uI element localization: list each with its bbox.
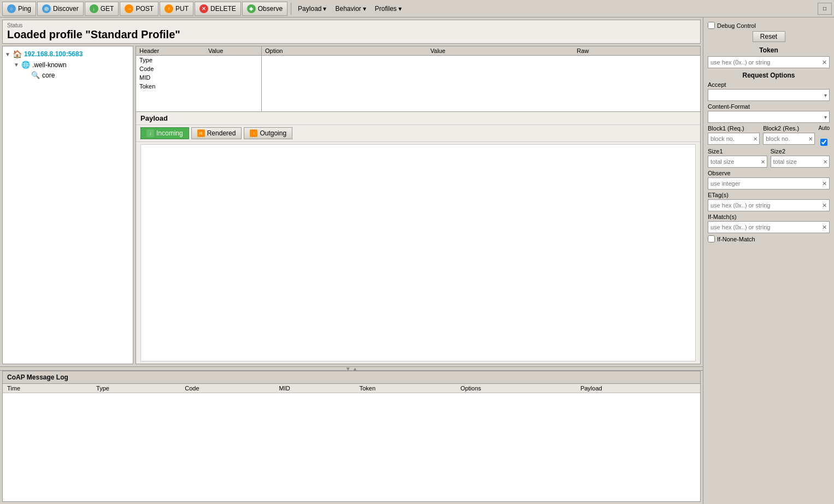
post-label: POST bbox=[136, 5, 154, 13]
tab-rendered[interactable]: R Rendered bbox=[191, 127, 242, 139]
status-label: Status bbox=[7, 22, 696, 28]
content-format-arrow-icon: ▾ bbox=[822, 114, 829, 120]
outgoing-icon: ↑ bbox=[250, 129, 257, 137]
size2-col: Size2 ✕ bbox=[771, 148, 830, 168]
ping-icon: ○ bbox=[7, 4, 16, 13]
table-row: Code bbox=[136, 64, 261, 73]
message-log-title: CoAP Message Log bbox=[3, 371, 700, 384]
observe-clear-button[interactable]: ✕ bbox=[820, 180, 829, 187]
size2-input[interactable] bbox=[771, 158, 822, 165]
ping-button[interactable]: ○ Ping bbox=[2, 2, 36, 16]
token-input[interactable] bbox=[708, 58, 820, 66]
tree-wellknown-group: ▼ 🌐 .well-known 🔍 core bbox=[14, 60, 131, 80]
etags-label: ETag(s) bbox=[708, 192, 830, 198]
if-match-input[interactable] bbox=[708, 223, 820, 231]
tree-toggle-wellknown[interactable]: ▼ bbox=[14, 62, 19, 68]
tree-root-label: 192.168.8.100:5683 bbox=[24, 50, 83, 58]
block1-clear-button[interactable]: ✕ bbox=[751, 136, 759, 142]
block2-clear-button[interactable]: ✕ bbox=[807, 136, 814, 142]
auto-checkbox[interactable] bbox=[820, 139, 827, 146]
discover-button[interactable]: ◎ Discover bbox=[37, 2, 84, 16]
size2-label: Size2 bbox=[771, 148, 830, 155]
resize-handle[interactable]: ▼ ▲ bbox=[0, 366, 703, 371]
size2-clear-button[interactable]: ✕ bbox=[821, 159, 829, 165]
message-log: CoAP Message Log TimeTypeCodeMIDTokenOpt… bbox=[2, 371, 701, 502]
content-area: ▼ 🏠 192.168.8.100:5683 ▼ 🌐 .well-known 🔍… bbox=[2, 46, 701, 364]
discover-label: Discover bbox=[53, 5, 79, 13]
debug-control-label: Debug Control bbox=[717, 22, 756, 29]
rendered-icon: R bbox=[197, 129, 205, 137]
log-col-type: Type bbox=[92, 384, 180, 393]
content-format-label: Content-Format bbox=[708, 103, 830, 110]
behavior-menu[interactable]: Behavior ▾ bbox=[331, 2, 370, 16]
get-icon: ↓ bbox=[90, 4, 98, 13]
block2-input[interactable] bbox=[763, 135, 807, 143]
post-button[interactable]: → POST bbox=[120, 2, 158, 16]
token-section-title: Token bbox=[708, 46, 830, 54]
delete-label: DELETE bbox=[210, 5, 236, 13]
folder-icon: 🌐 bbox=[21, 61, 30, 69]
debug-control-checkbox[interactable] bbox=[708, 22, 715, 29]
delete-icon: ✕ bbox=[199, 4, 208, 13]
status-bar: Status Loaded profile "Standard Profile" bbox=[2, 20, 701, 44]
message-panel: Header Value TypeCodeMIDToken bbox=[136, 46, 701, 364]
block2-input-wrapper: ✕ bbox=[763, 133, 815, 145]
size2-input-wrapper: ✕ bbox=[771, 156, 830, 168]
tree-core[interactable]: 🔍 core bbox=[31, 70, 131, 80]
size1-input[interactable] bbox=[708, 158, 759, 165]
tree-core-label: core bbox=[42, 72, 55, 79]
payload-header: Payload bbox=[136, 112, 700, 125]
observe-button[interactable]: ◈ Observe bbox=[242, 2, 287, 16]
house-icon: 🏠 bbox=[13, 50, 22, 58]
block1-label: Block1 (Req.) bbox=[708, 125, 760, 132]
log-col-code: Code bbox=[180, 384, 274, 393]
delete-button[interactable]: ✕ DELETE bbox=[195, 2, 241, 16]
payload-content bbox=[140, 144, 696, 361]
tree-root[interactable]: ▼ 🏠 192.168.8.100:5683 bbox=[5, 49, 131, 60]
if-match-clear-button[interactable]: ✕ bbox=[820, 224, 829, 231]
header-table: Header Value TypeCodeMIDToken bbox=[136, 46, 262, 111]
window-resize-button[interactable]: □ bbox=[818, 3, 832, 15]
behavior-arrow-icon: ▾ bbox=[363, 5, 366, 13]
if-none-match-row: If-None-Match bbox=[708, 235, 830, 242]
log-col-token: Token bbox=[355, 384, 456, 393]
accept-select[interactable] bbox=[708, 91, 822, 99]
observe-input[interactable] bbox=[708, 180, 820, 187]
reset-button[interactable]: Reset bbox=[753, 31, 785, 42]
put-button[interactable]: ↑ PUT bbox=[160, 2, 193, 16]
profiles-menu[interactable]: Profiles ▾ bbox=[371, 2, 406, 16]
payload-menu[interactable]: Payload ▾ bbox=[293, 2, 331, 16]
core-icon: 🔍 bbox=[31, 71, 40, 79]
log-col-payload: Payload bbox=[576, 384, 700, 393]
auto-label: Auto bbox=[818, 125, 830, 131]
tree-wellknown[interactable]: ▼ 🌐 .well-known bbox=[14, 60, 131, 70]
post-icon: → bbox=[125, 4, 133, 13]
size1-clear-button[interactable]: ✕ bbox=[759, 159, 767, 165]
if-none-match-checkbox[interactable] bbox=[708, 235, 715, 242]
token-input-wrapper: ✕ bbox=[708, 56, 830, 68]
tab-incoming[interactable]: ↓ Incoming bbox=[140, 127, 189, 139]
etags-input[interactable] bbox=[708, 201, 820, 209]
if-match-input-wrapper: ✕ bbox=[708, 221, 830, 233]
accept-arrow-icon: ▾ bbox=[822, 92, 829, 98]
etags-clear-button[interactable]: ✕ bbox=[820, 202, 829, 209]
tree-panel: ▼ 🏠 192.168.8.100:5683 ▼ 🌐 .well-known 🔍… bbox=[2, 46, 133, 364]
tree-toggle-root[interactable]: ▼ bbox=[5, 51, 10, 57]
size1-label: Size1 bbox=[708, 148, 767, 155]
profiles-arrow-icon: ▾ bbox=[398, 5, 402, 13]
options-col-value: Value bbox=[427, 46, 574, 56]
log-col-options: Options bbox=[456, 384, 576, 393]
content-format-select[interactable] bbox=[708, 113, 822, 121]
get-button[interactable]: ↓ GET bbox=[85, 2, 119, 16]
payload-arrow-icon: ▾ bbox=[323, 5, 326, 13]
tab-outgoing[interactable]: ↑ Outgoing bbox=[244, 127, 292, 139]
block1-input-wrapper: ✕ bbox=[708, 133, 760, 145]
block1-input[interactable] bbox=[708, 135, 751, 143]
log-col-mid: MID bbox=[274, 384, 355, 393]
block2-col: Block2 (Res.) ✕ bbox=[763, 125, 815, 145]
token-clear-button[interactable]: ✕ bbox=[820, 59, 829, 66]
toolbar: ○ Ping ◎ Discover ↓ GET → POST ↑ PUT ✕ D… bbox=[0, 0, 834, 17]
put-icon: ↑ bbox=[165, 4, 173, 13]
payload-tabs: ↓ Incoming R Rendered ↑ Outgoing bbox=[136, 125, 700, 142]
table-row: Token bbox=[136, 82, 261, 91]
